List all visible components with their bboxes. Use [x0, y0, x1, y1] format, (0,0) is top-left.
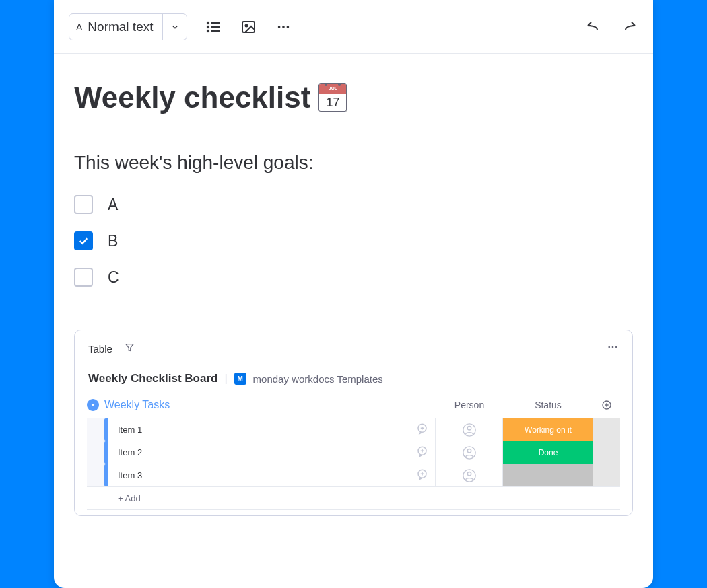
column-header-status[interactable]: Status — [503, 400, 593, 410]
status-text: Done — [539, 448, 558, 457]
check-item: A — [74, 195, 633, 214]
filter-icon — [125, 342, 135, 353]
undo-icon — [585, 19, 601, 35]
calendar-month: JUL — [319, 84, 346, 94]
svg-point-5 — [207, 30, 209, 31]
check-label[interactable]: C — [108, 268, 119, 287]
check-label[interactable]: B — [108, 232, 118, 250]
svg-point-3 — [207, 22, 209, 23]
chevron-down-icon — [170, 22, 180, 32]
toolbar-left: A Normal text — [69, 13, 292, 40]
undo-button[interactable] — [584, 18, 602, 36]
more-button[interactable] — [275, 18, 292, 36]
svg-point-9 — [283, 26, 285, 28]
table-row[interactable]: Item 3 — [87, 464, 620, 487]
checkbox-c[interactable] — [74, 268, 93, 287]
add-update-button[interactable] — [416, 445, 428, 460]
image-button[interactable] — [240, 18, 257, 36]
board-title[interactable]: Weekly Checklist Board — [88, 372, 217, 385]
status-cell[interactable] — [503, 464, 593, 486]
more-icon — [607, 341, 619, 353]
chat-plus-icon — [416, 445, 428, 457]
svg-marker-15 — [92, 404, 95, 406]
toolbar-right — [584, 18, 638, 36]
list-button[interactable] — [205, 18, 222, 36]
group-collapse-button[interactable] — [87, 399, 99, 411]
document-panel: A Normal text — [54, 0, 653, 588]
add-column-button[interactable] — [593, 400, 620, 410]
svg-point-4 — [207, 26, 209, 27]
svg-marker-11 — [126, 344, 133, 351]
board-meta[interactable]: monday workdocs Templates — [253, 373, 383, 385]
svg-point-33 — [467, 472, 471, 476]
group-name[interactable]: Weekly Tasks — [104, 399, 170, 411]
redo-button[interactable] — [621, 18, 638, 36]
task-table: Item 1 Working on it — [87, 418, 620, 510]
text-style-selector[interactable]: A Normal text — [69, 13, 187, 40]
person-cell[interactable] — [436, 441, 503, 464]
person-cell[interactable] — [436, 418, 503, 441]
toolbar: A Normal text — [54, 0, 653, 54]
plus-circle-icon — [601, 400, 612, 410]
add-row[interactable]: + Add — [87, 487, 620, 510]
redo-icon — [621, 19, 638, 35]
board-header: Weekly Checklist Board | M monday workdo… — [75, 360, 632, 394]
text-style-value: Normal text — [88, 20, 153, 34]
tab-table[interactable]: Table — [88, 343, 112, 355]
image-icon — [240, 19, 257, 35]
svg-point-12 — [608, 346, 610, 348]
row-end — [593, 441, 620, 464]
svg-point-8 — [278, 26, 281, 28]
person-icon — [462, 445, 477, 460]
row-end — [593, 418, 620, 441]
text-style-a-icon: A — [76, 22, 82, 32]
checklist: A B C — [74, 195, 633, 287]
text-style-label: A Normal text — [69, 20, 162, 34]
row-name-cell[interactable]: Item 1 — [108, 418, 436, 441]
check-item: B — [74, 231, 633, 250]
title-text: Weekly checklist — [74, 81, 310, 114]
svg-point-10 — [287, 26, 290, 28]
status-cell[interactable]: Working on it — [503, 418, 593, 441]
chat-plus-icon — [416, 468, 428, 480]
svg-point-23 — [467, 426, 471, 430]
separator: | — [224, 373, 227, 385]
document-body: Weekly checklist JUL 17 This week's high… — [54, 54, 653, 536]
person-icon — [462, 468, 477, 483]
text-style-caret[interactable] — [162, 14, 187, 40]
item-name: Item 1 — [118, 425, 142, 435]
subtitle[interactable]: This week's high-level goals: — [74, 152, 633, 174]
monday-badge-icon: M — [234, 373, 246, 385]
embedded-board: Table Weekly Checklist Board | M monday … — [74, 330, 633, 516]
list-icon — [205, 19, 222, 35]
person-cell[interactable] — [436, 464, 503, 486]
add-update-button[interactable] — [416, 468, 428, 482]
filter-button[interactable] — [125, 342, 135, 355]
task-group: Weekly Tasks Person Status Item 1 — [75, 394, 632, 515]
item-name: Item 2 — [118, 447, 142, 457]
chat-plus-icon — [416, 422, 428, 435]
board-more-button[interactable] — [607, 341, 619, 356]
svg-point-14 — [615, 346, 617, 348]
checkbox-b[interactable] — [74, 231, 93, 250]
caret-down-icon — [90, 402, 96, 408]
row-end — [593, 464, 620, 486]
more-icon — [276, 20, 291, 34]
column-header-person[interactable]: Person — [436, 400, 503, 410]
row-name-cell[interactable]: Item 2 — [108, 441, 436, 464]
table-row[interactable]: Item 1 Working on it — [87, 418, 620, 441]
status-cell[interactable]: Done — [503, 441, 593, 464]
check-label[interactable]: A — [108, 196, 118, 214]
table-row[interactable]: Item 2 Done — [87, 441, 620, 464]
add-update-button[interactable] — [416, 422, 428, 437]
svg-point-13 — [612, 346, 614, 348]
group-head-left: Weekly Tasks — [87, 399, 436, 411]
person-icon — [462, 422, 477, 437]
group-head: Weekly Tasks Person Status — [87, 394, 620, 418]
board-tab-left: Table — [88, 342, 135, 355]
row-name-cell[interactable]: Item 3 — [108, 464, 436, 486]
svg-point-28 — [467, 449, 471, 453]
board-tabbar: Table — [75, 330, 632, 360]
page-title[interactable]: Weekly checklist JUL 17 — [74, 81, 633, 114]
checkbox-a[interactable] — [74, 195, 93, 214]
